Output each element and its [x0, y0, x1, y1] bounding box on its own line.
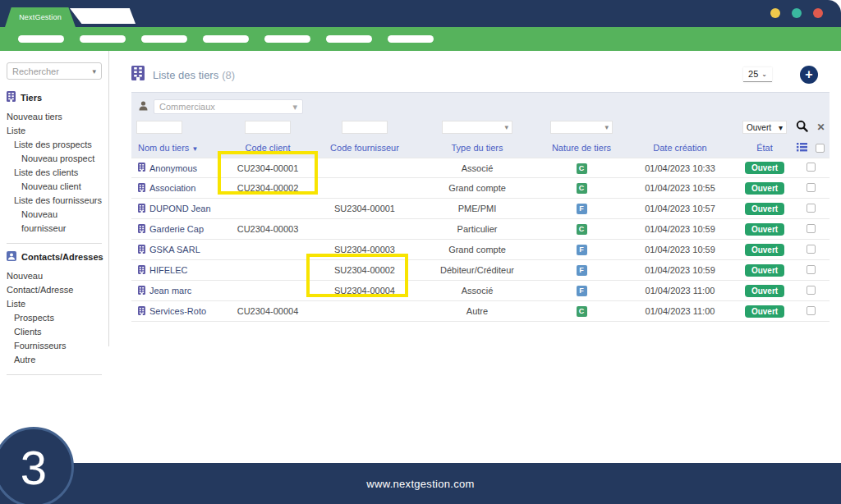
chevron-down-icon: ▾	[504, 123, 508, 131]
contact-icon	[7, 251, 16, 263]
tiers-name-link[interactable]: Anonymous	[149, 163, 197, 173]
col-header-date[interactable]: Date création	[623, 143, 738, 153]
row-checkbox[interactable]	[807, 183, 816, 192]
main-menu-bar	[0, 27, 841, 51]
table-row: Jean marcSU2304-00004AssociéF01/04/2023 …	[131, 281, 830, 301]
col-header-type[interactable]: Type du tiers	[414, 143, 540, 153]
sidebar-item-autre[interactable]: Autre	[7, 353, 102, 367]
cell-etat: Ouvert	[738, 203, 792, 215]
col-header-nom[interactable]: Nom du tiers ▼	[131, 143, 220, 153]
nature-badge: F	[577, 286, 587, 296]
page-size-select[interactable]: 25 ⌄	[743, 67, 772, 82]
building-icon	[138, 265, 145, 276]
row-checkbox[interactable]	[807, 224, 816, 233]
sidebar-item-nouveau-tiers[interactable]: Nouveau tiers	[7, 110, 102, 124]
col-header-code-fournisseur[interactable]: Code fournisseur	[315, 143, 414, 153]
app-window: NextGestion Rechercher ▾ TiersNouveau ti…	[0, 0, 841, 504]
select-all-checkbox[interactable]	[816, 144, 825, 153]
sidebar-section-contacts-adresses[interactable]: Contacts/Adresses	[7, 251, 102, 263]
row-checkbox[interactable]	[807, 245, 816, 254]
tiers-name-link[interactable]: Services-Roto	[149, 306, 206, 316]
status-badge[interactable]: Ouvert	[745, 244, 784, 256]
clear-filters-icon[interactable]: ✕	[816, 121, 825, 133]
row-checkbox[interactable]	[807, 204, 816, 213]
col-header-etat[interactable]: État	[738, 143, 792, 153]
sidebar-item-nouveau-contact-adresse[interactable]: Nouveau Contact/Adresse	[7, 269, 102, 297]
sidebar-item-liste-des-prospects[interactable]: Liste des prospects	[7, 138, 102, 152]
status-badge[interactable]: Ouvert	[745, 223, 784, 236]
blank-tab[interactable]	[70, 8, 136, 24]
menu-item-placeholder[interactable]	[80, 35, 126, 43]
filter-etat-value: Ouvert	[747, 123, 771, 132]
filter-code-fournisseur-input[interactable]	[342, 121, 388, 134]
filter-type-select[interactable]: ▾	[442, 121, 512, 134]
tiers-name-link[interactable]: HIFELEC	[149, 265, 187, 275]
sidebar-item-prospects[interactable]: Prospects	[7, 311, 102, 325]
menu-item-placeholder[interactable]	[326, 35, 372, 43]
tiers-name-link[interactable]: Garderie Cap	[149, 224, 204, 234]
sidebar-item-liste-des-clients[interactable]: Liste des clients	[7, 166, 102, 180]
sidebar-item-nouveau-client[interactable]: Nouveau client	[7, 180, 102, 194]
cell-select	[792, 224, 830, 235]
building-icon	[138, 224, 145, 235]
cell-date-creation: 01/04/2023 10:55	[623, 183, 738, 193]
menu-item-placeholder[interactable]	[18, 35, 64, 43]
yellow-dot-icon[interactable]	[770, 8, 780, 18]
sidebar-item-liste[interactable]: Liste	[7, 124, 102, 138]
tiers-name-link[interactable]: Jean marc	[149, 286, 191, 296]
filter-code-client-input[interactable]	[245, 121, 291, 134]
brand-label: NextGestion	[19, 13, 62, 21]
status-badge[interactable]: Ouvert	[745, 203, 784, 215]
filter-nom-input[interactable]	[136, 121, 182, 134]
row-checkbox[interactable]	[807, 265, 816, 274]
sidebar-item-fournisseurs[interactable]: Fournisseurs	[7, 339, 102, 353]
table-row: GSKA SARLSU2304-00003Grand compteF01/04/…	[131, 240, 830, 260]
status-badge[interactable]: Ouvert	[745, 264, 784, 277]
status-badge[interactable]: Ouvert	[745, 162, 784, 174]
table-row: Services-RotoCU2304-00004AutreC01/04/202…	[131, 301, 830, 322]
filter-etat-select[interactable]: Ouvert▾	[742, 121, 787, 134]
sidebar-item-liste[interactable]: Liste	[7, 297, 102, 311]
brand-tab[interactable]: NextGestion	[5, 7, 76, 27]
sidebar-item-nouveau-fournisseur[interactable]: Nouveau fournisseur	[7, 208, 102, 236]
row-checkbox[interactable]	[807, 286, 816, 295]
tiers-name-link[interactable]: GSKA SARL	[149, 245, 200, 254]
row-checkbox[interactable]	[807, 163, 816, 172]
search-input[interactable]: Rechercher ▾	[7, 62, 102, 80]
add-button[interactable]: +	[800, 66, 818, 84]
menu-item-placeholder[interactable]	[141, 35, 187, 43]
table-row: AssociationCU2304-00002Grand compteC01/0…	[131, 178, 830, 199]
sidebar-item-clients[interactable]: Clients	[7, 325, 102, 339]
chevron-down-icon: ▾	[292, 102, 297, 112]
teal-dot-icon[interactable]	[792, 8, 802, 18]
row-checkbox[interactable]	[807, 306, 816, 315]
red-dot-icon[interactable]	[813, 8, 823, 18]
col-header-nature[interactable]: Nature de tiers	[540, 143, 623, 153]
building-icon	[138, 306, 145, 317]
cell-type: Particulier	[414, 224, 540, 234]
sidebar-item-liste-des-fournisseurs[interactable]: Liste des fournisseurs	[7, 194, 102, 208]
list-fields-icon[interactable]	[797, 143, 807, 153]
menu-item-placeholder[interactable]	[203, 35, 249, 43]
cell-date-creation: 01/04/2023 10:57	[623, 204, 738, 213]
status-badge[interactable]: Ouvert	[745, 182, 784, 195]
status-badge[interactable]: Ouvert	[745, 305, 784, 318]
tiers-name-link[interactable]: DUPOND Jean	[149, 204, 211, 213]
filter-nature-select[interactable]: ▾	[550, 121, 613, 134]
menu-item-placeholder[interactable]	[264, 35, 310, 43]
status-badge[interactable]: Ouvert	[745, 285, 784, 297]
cell-nom: Anonymous	[131, 163, 220, 173]
cell-type: Grand compte	[414, 245, 540, 254]
sidebar-item-nouveau-prospect[interactable]: Nouveau prospect	[7, 152, 102, 166]
search-placeholder: Rechercher	[12, 66, 59, 76]
menu-item-placeholder[interactable]	[388, 35, 434, 43]
sidebar-section-tiers[interactable]: Tiers	[7, 91, 102, 103]
search-icon[interactable]	[796, 120, 808, 135]
cell-nature: C	[540, 223, 623, 235]
cell-nature: C	[540, 163, 623, 174]
cell-select	[792, 265, 830, 276]
sidebar-divider	[7, 374, 102, 375]
tiers-name-link[interactable]: Association	[149, 183, 195, 193]
col-header-code-client[interactable]: Code client	[220, 143, 315, 153]
commerciaux-select[interactable]: Commerciaux ▾	[154, 99, 303, 114]
